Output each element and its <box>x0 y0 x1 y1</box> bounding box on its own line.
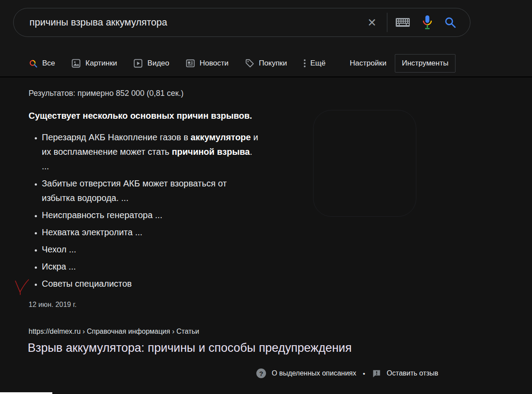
tab-news[interactable]: Новости <box>186 58 229 68</box>
microphone-icon[interactable] <box>421 15 434 30</box>
snippet-list-item: Перезаряд АКБ Накопление газов в аккумул… <box>42 130 301 174</box>
snippet-list-item: Чехол ... <box>42 242 301 257</box>
search-header: причины взрыва аккумулятора ✕ <box>0 0 532 77</box>
snippet-list-item: Нехватка электролита ... <box>42 225 301 240</box>
tab-label: Новости <box>200 59 229 68</box>
red-checkmark-annotation <box>14 278 33 299</box>
breadcrumb[interactable]: https://delmex.ru › Справочная информаци… <box>29 328 199 336</box>
tab-label: Покупки <box>259 59 287 68</box>
snippet-list-item: Искра ... <box>42 259 301 274</box>
tab-tools[interactable]: Инструменты <box>395 54 455 73</box>
tab-label: Настройки <box>350 59 386 68</box>
tab-shopping[interactable]: Покупки <box>245 58 287 68</box>
search-input[interactable]: причины взрыва аккумулятора <box>29 17 364 28</box>
search-bar-divider <box>387 13 387 32</box>
snippet-list-item: Забитые отверстия АКБ может взорваться о… <box>42 176 301 205</box>
clear-icon[interactable]: ✕ <box>364 17 380 28</box>
tab-label: Картинки <box>85 59 117 68</box>
search-bar-icons: ✕ <box>364 13 457 32</box>
result-title-link[interactable]: Взрыв аккумулятора: причины и способы пр… <box>28 341 352 355</box>
search-tabs: Все Картинки Видео <box>29 53 455 73</box>
video-icon <box>133 58 143 68</box>
tab-video[interactable]: Видео <box>133 58 169 68</box>
dot-separator: • <box>363 370 365 377</box>
keyboard-icon[interactable] <box>394 17 411 28</box>
feedback-link[interactable]: Оставить отзыв <box>387 369 438 377</box>
faint-thumbnail-outline <box>313 110 416 217</box>
feedback-icon[interactable] <box>372 369 381 378</box>
help-icon[interactable]: ? <box>256 368 266 378</box>
results-stats: Результатов: примерно 852 000 (0,81 сек.… <box>29 89 183 98</box>
tab-images[interactable]: Картинки <box>71 58 117 68</box>
search-icon[interactable] <box>444 16 457 29</box>
tab-label: Инструменты <box>402 59 448 68</box>
search-bar[interactable]: причины взрыва аккумулятора ✕ <box>13 8 470 37</box>
tab-label: Видео <box>147 59 169 68</box>
snippet-list: Перезаряд АКБ Накопление газов в аккумул… <box>29 130 301 294</box>
snippet-footer: ? О выделенных описаниях • Оставить отзы… <box>256 368 438 379</box>
bottom-edge-artifact <box>0 392 52 394</box>
tab-more[interactable]: Ещё <box>303 58 326 68</box>
tab-all[interactable]: Все <box>29 59 55 68</box>
tag-icon <box>245 58 255 68</box>
snippet-list-item: Советы специалистов <box>42 277 301 291</box>
tab-label: Все <box>42 59 55 68</box>
snippet-list-item: Неисправность генератора ... <box>42 208 301 223</box>
tab-settings[interactable]: Настройки <box>350 59 386 68</box>
snippet-heading: Существует несколько основных причин взр… <box>29 111 252 121</box>
more-vertical-icon <box>303 58 306 68</box>
about-snippets-link[interactable]: О выделенных описаниях <box>272 369 356 377</box>
snippet-date: 12 июн. 2019 г. <box>29 301 77 309</box>
news-icon <box>186 58 195 68</box>
tab-label: Ещё <box>310 59 326 68</box>
search-colored-icon <box>29 59 38 68</box>
images-icon <box>71 58 81 68</box>
